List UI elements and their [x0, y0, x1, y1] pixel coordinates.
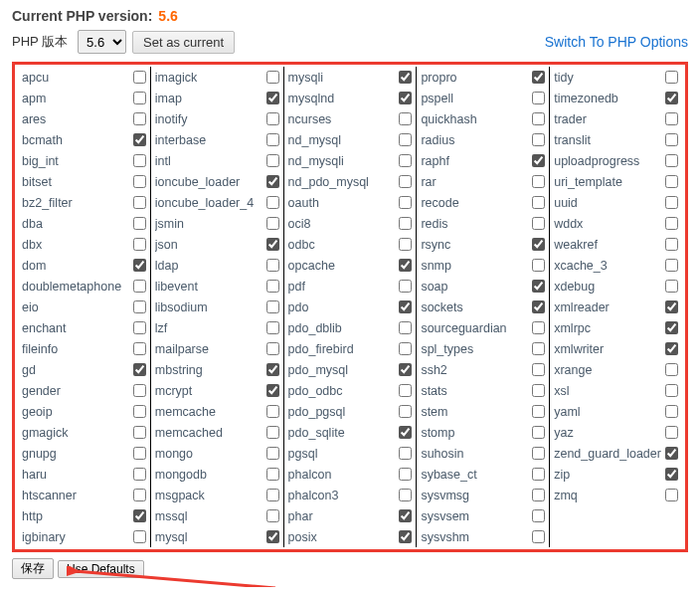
extension-checkbox-nd_mysqli[interactable]: [399, 154, 412, 167]
extension-checkbox-pdo_firebird[interactable]: [399, 342, 412, 355]
extension-checkbox-mongo[interactable]: [266, 447, 279, 460]
extension-checkbox-mysqli[interactable]: [399, 71, 412, 84]
extension-checkbox-sysvsem[interactable]: [532, 509, 545, 522]
extension-checkbox-pdo_odbc[interactable]: [399, 384, 412, 397]
extension-checkbox-spl_types[interactable]: [532, 342, 545, 355]
extension-checkbox-xmlreader[interactable]: [665, 300, 678, 313]
extension-checkbox-http[interactable]: [133, 509, 146, 522]
extension-checkbox-htscanner[interactable]: [133, 489, 146, 501]
extension-checkbox-igbinary[interactable]: [133, 530, 146, 543]
extension-checkbox-mongodb[interactable]: [266, 468, 279, 481]
extension-checkbox-enchant[interactable]: [133, 321, 146, 334]
save-button[interactable]: 保存: [12, 558, 54, 579]
extension-checkbox-gd[interactable]: [133, 363, 146, 376]
extension-checkbox-apm[interactable]: [133, 92, 146, 104]
extension-checkbox-nd_mysql[interactable]: [399, 133, 412, 146]
extension-checkbox-ssh2[interactable]: [532, 363, 545, 376]
extension-checkbox-imap[interactable]: [266, 92, 279, 104]
extension-checkbox-dba[interactable]: [133, 217, 146, 230]
extension-checkbox-oauth[interactable]: [399, 196, 412, 209]
extension-checkbox-pgsql[interactable]: [399, 447, 412, 460]
extension-checkbox-odbc[interactable]: [399, 238, 412, 251]
extension-checkbox-propro[interactable]: [532, 71, 545, 84]
extension-checkbox-gender[interactable]: [133, 384, 146, 397]
extension-checkbox-xmlrpc[interactable]: [665, 321, 678, 334]
extension-checkbox-redis[interactable]: [532, 217, 545, 230]
extension-checkbox-sybase_ct[interactable]: [532, 468, 545, 481]
extension-checkbox-pspell[interactable]: [532, 92, 545, 104]
extension-checkbox-bcmath[interactable]: [133, 133, 146, 146]
extension-checkbox-memcache[interactable]: [266, 405, 279, 418]
set-as-current-button[interactable]: Set as current: [132, 31, 235, 54]
extension-checkbox-pdo_sqlite[interactable]: [399, 426, 412, 439]
extension-checkbox-sourceguardian[interactable]: [532, 321, 545, 334]
extension-checkbox-translit[interactable]: [665, 133, 678, 146]
switch-php-options-link[interactable]: Switch To PHP Options: [545, 34, 688, 50]
extension-checkbox-phalcon[interactable]: [399, 468, 412, 481]
extension-checkbox-stats[interactable]: [532, 384, 545, 397]
extension-checkbox-libsodium[interactable]: [266, 300, 279, 313]
extension-checkbox-pdo_pgsql[interactable]: [399, 405, 412, 418]
extension-checkbox-timezonedb[interactable]: [665, 92, 678, 104]
extension-checkbox-msgpack[interactable]: [266, 489, 279, 501]
extension-checkbox-xmlwriter[interactable]: [665, 342, 678, 355]
extension-checkbox-ioncube_loader[interactable]: [266, 175, 279, 188]
extension-checkbox-ncurses[interactable]: [399, 112, 412, 125]
extension-checkbox-interbase[interactable]: [266, 133, 279, 146]
extension-checkbox-weakref[interactable]: [665, 238, 678, 251]
extension-checkbox-ioncube_loader_4[interactable]: [266, 196, 279, 209]
extension-checkbox-haru[interactable]: [133, 468, 146, 481]
extension-checkbox-xrange[interactable]: [665, 363, 678, 376]
extension-checkbox-xcache_3[interactable]: [665, 259, 678, 272]
extension-checkbox-tidy[interactable]: [665, 71, 678, 84]
extension-checkbox-phar[interactable]: [399, 509, 412, 522]
extension-checkbox-xsl[interactable]: [665, 384, 678, 397]
extension-checkbox-gnupg[interactable]: [133, 447, 146, 460]
extension-checkbox-pdo[interactable]: [399, 300, 412, 313]
extension-checkbox-stomp[interactable]: [532, 426, 545, 439]
extension-checkbox-radius[interactable]: [532, 133, 545, 146]
extension-checkbox-xdebug[interactable]: [665, 280, 678, 293]
extension-checkbox-wddx[interactable]: [665, 217, 678, 230]
extension-checkbox-bz2_filter[interactable]: [133, 196, 146, 209]
extension-checkbox-oci8[interactable]: [399, 217, 412, 230]
extension-checkbox-uuid[interactable]: [665, 196, 678, 209]
extension-checkbox-trader[interactable]: [665, 112, 678, 125]
use-defaults-button[interactable]: Use Defaults: [58, 560, 144, 578]
extension-checkbox-zip[interactable]: [665, 468, 678, 481]
extension-checkbox-uri_template[interactable]: [665, 175, 678, 188]
extension-checkbox-mailparse[interactable]: [266, 342, 279, 355]
extension-checkbox-zend_guard_loader[interactable]: [665, 447, 678, 460]
extension-checkbox-big_int[interactable]: [133, 154, 146, 167]
extension-checkbox-geoip[interactable]: [133, 405, 146, 418]
extension-checkbox-apcu[interactable]: [133, 71, 146, 84]
extension-checkbox-mssql[interactable]: [266, 509, 279, 522]
extension-checkbox-lzf[interactable]: [266, 321, 279, 334]
extension-checkbox-mcrypt[interactable]: [266, 384, 279, 397]
extension-checkbox-uploadprogress[interactable]: [665, 154, 678, 167]
extension-checkbox-mysqlnd[interactable]: [399, 92, 412, 104]
extension-checkbox-sockets[interactable]: [532, 300, 545, 313]
extension-checkbox-ldap[interactable]: [266, 259, 279, 272]
extension-checkbox-memcached[interactable]: [266, 426, 279, 439]
extension-checkbox-gmagick[interactable]: [133, 426, 146, 439]
extension-checkbox-sysvmsg[interactable]: [532, 489, 545, 501]
extension-checkbox-yaz[interactable]: [665, 426, 678, 439]
extension-checkbox-phalcon3[interactable]: [399, 489, 412, 501]
extension-checkbox-quickhash[interactable]: [532, 112, 545, 125]
extension-checkbox-intl[interactable]: [266, 154, 279, 167]
extension-checkbox-bitset[interactable]: [133, 175, 146, 188]
extension-checkbox-yaml[interactable]: [665, 405, 678, 418]
extension-checkbox-dom[interactable]: [133, 259, 146, 272]
extension-checkbox-pdo_dblib[interactable]: [399, 321, 412, 334]
extension-checkbox-recode[interactable]: [532, 196, 545, 209]
extension-checkbox-opcache[interactable]: [399, 259, 412, 272]
extension-checkbox-rsync[interactable]: [532, 238, 545, 251]
extension-checkbox-ares[interactable]: [133, 112, 146, 125]
extension-checkbox-mbstring[interactable]: [266, 363, 279, 376]
extension-checkbox-rar[interactable]: [532, 175, 545, 188]
extension-checkbox-mysql[interactable]: [266, 530, 279, 543]
extension-checkbox-imagick[interactable]: [266, 71, 279, 84]
extension-checkbox-pdf[interactable]: [399, 280, 412, 293]
extension-checkbox-eio[interactable]: [133, 300, 146, 313]
